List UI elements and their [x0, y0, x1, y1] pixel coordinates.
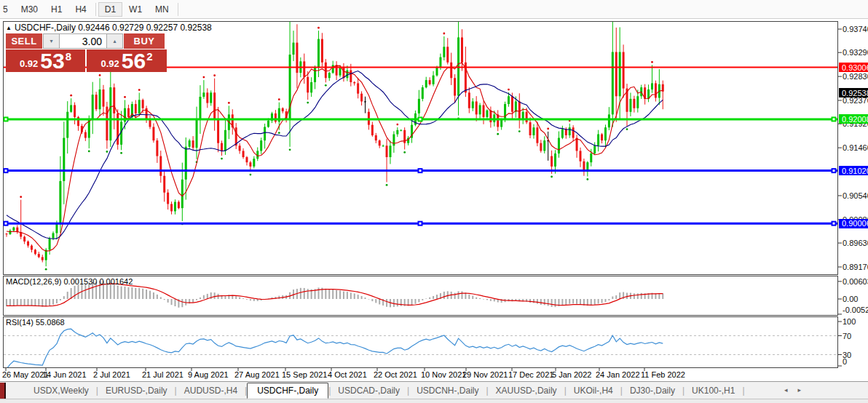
date-axis-label: 10 Nov 2021: [421, 370, 466, 379]
hline-price-label: 0.92008: [839, 114, 868, 124]
rsi-scale-label: 0: [843, 357, 847, 366]
tab-scroll-nav: ◂▸: [784, 386, 811, 394]
volume-decrease-button[interactable]: ▾: [43, 33, 60, 49]
volume-field[interactable]: 3.00: [60, 33, 106, 49]
date-axis-label: 5 Jan 2022: [552, 370, 591, 379]
date-axis-label: 22 Oct 2021: [374, 370, 417, 379]
sell-price-prefix: 0.92: [20, 58, 38, 69]
buy-price-prefix: 0.92: [100, 58, 119, 69]
spin-down-icon: ▾: [50, 38, 52, 44]
macd-values: 0.001530 0.001642: [63, 277, 133, 286]
rsi-label: RSI(14) 55.0868: [6, 318, 65, 327]
date-axis-label: 27 Aug 2021: [234, 370, 280, 379]
chart-title: ▲USDCHF-,Daily 0.92446 0.92729 0.92257 0…: [6, 23, 212, 33]
date-axis-label: 24 Jan 2022: [596, 370, 640, 379]
date-axis-label: 4 Oct 2021: [328, 370, 367, 379]
current-price-label: 0.92538: [839, 88, 868, 97]
tab-scroll-right-icon[interactable]: ▸: [797, 386, 811, 394]
buy-price-button[interactable]: 0.92 56 2: [87, 49, 167, 72]
date-axis-label: 9 Aug 2021: [188, 370, 229, 379]
rsi-scale-label: 100: [843, 317, 856, 326]
date-axis-label: 15 Sep 2021: [282, 370, 327, 379]
date-axis-label: 14 Jun 2021: [42, 370, 87, 379]
price-tick-label: 0.93290: [843, 48, 868, 57]
rsi-value: 55.0868: [36, 318, 65, 327]
macd-scale-label: 0.00: [843, 295, 858, 303]
date-axis-label: 21 Jul 2021: [142, 370, 184, 379]
macd-scale-label: 0.006038: [843, 277, 868, 286]
price-tick-label: 0.93740: [843, 25, 868, 33]
tab-scroll-left-icon[interactable]: ◂: [784, 386, 798, 394]
date-axis-label: 17 Dec 2021: [508, 370, 553, 379]
volume-increase-button[interactable]: ▴: [106, 33, 123, 49]
hline-price-label: 0.93006: [839, 63, 868, 72]
date-axis-label: 11 Feb 2022: [641, 370, 685, 379]
date-axis-label: 2 Jul 2021: [93, 370, 130, 379]
date-axis-label: 29 Nov 2021: [462, 370, 508, 379]
chart-ohlc-values: 0.92446 0.92729 0.92257 0.92538: [78, 23, 212, 33]
chart-symbol-label: USDCHF-,Daily: [15, 23, 76, 33]
price-tick-label: 0.92830: [843, 72, 868, 81]
price-tick-label: 0.90540: [843, 191, 868, 200]
macd-label: MACD(12,26,9) 0.001530 0.001642: [6, 277, 133, 286]
rsi-scale-label: 70: [843, 332, 851, 340]
sell-price-pip: 8: [66, 50, 71, 63]
sell-price-button[interactable]: 0.92 53 8: [6, 49, 85, 72]
price-scale[interactable]: 0.937400.932900.928300.923700.919200.914…: [838, 19, 868, 368]
buy-price-pip: 2: [146, 50, 152, 63]
sell-price-main: 53: [40, 52, 64, 71]
buy-button[interactable]: BUY: [124, 33, 165, 49]
price-tick-label: 0.91460: [843, 143, 868, 152]
price-tick-label: 0.89170: [843, 263, 868, 271]
hline-price-label: 0.90006: [839, 219, 868, 228]
buy-price-main: 56: [122, 52, 146, 71]
one-click-trading-panel: SELL ▾ 3.00 ▴ BUY 0.92 53 8 0.92 56 2: [6, 33, 167, 72]
sell-button[interactable]: SELL: [6, 33, 42, 49]
price-tick-label: 0.89630: [843, 239, 868, 247]
macd-scale-label: -0.005228: [843, 306, 868, 314]
collapse-arrow-icon[interactable]: ▲: [6, 25, 12, 31]
hline-price-label: 0.91020: [839, 166, 868, 175]
mt4-window: 5M30H1H4D1W1MN ▲USDCHF-,Daily 0.92446 0.…: [0, 0, 868, 403]
spin-up-icon: ▴: [113, 38, 116, 44]
